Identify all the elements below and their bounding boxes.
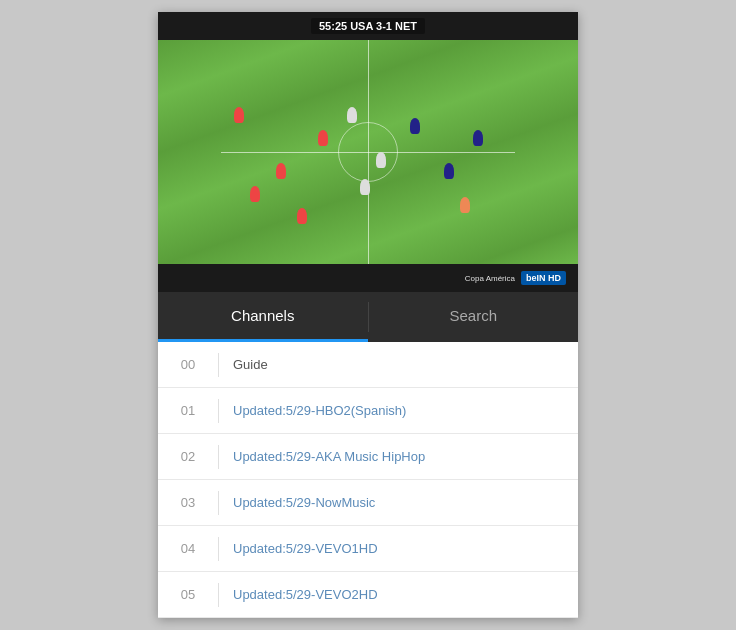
field-center-circle [338, 122, 398, 182]
channel-name-5: Updated:5/29-VEVO2HD [219, 587, 378, 602]
channel-num-2: 02 [158, 449, 218, 464]
video-bottom-bar: Copa América beIN HD [158, 264, 578, 292]
soccer-field [158, 40, 578, 264]
player [234, 107, 244, 123]
channel-name-1: Updated:5/29-HBO2(Spanish) [219, 403, 406, 418]
channel-row-0[interactable]: 00 Guide [158, 342, 578, 388]
player [297, 208, 307, 224]
channel-name-3: Updated:5/29-NowMusic [219, 495, 375, 510]
channel-num-0: 00 [158, 357, 218, 372]
player [376, 152, 386, 168]
channel-name-0: Guide [219, 357, 268, 372]
player [318, 130, 328, 146]
player [460, 197, 470, 213]
channel-row-3[interactable]: 03 Updated:5/29-NowMusic [158, 480, 578, 526]
app-container: 55:25 USA 3-1 NET Copa América beIN HD [158, 12, 578, 618]
channel-num-4: 04 [158, 541, 218, 556]
channel-row-5[interactable]: 05 Updated:5/29-VEVO2HD [158, 572, 578, 618]
player [276, 163, 286, 179]
channel-num-1: 01 [158, 403, 218, 418]
channel-list: 00 Guide 01 Updated:5/29-HBO2(Spanish) 0… [158, 342, 578, 618]
player [250, 186, 260, 202]
player [444, 163, 454, 179]
score-badge: 55:25 USA 3-1 NET [311, 18, 425, 34]
video-player[interactable]: 55:25 USA 3-1 NET Copa América beIN HD [158, 12, 578, 292]
video-top-bar: 55:25 USA 3-1 NET [158, 12, 578, 40]
player [347, 107, 357, 123]
channel-name-4: Updated:5/29-VEVO1HD [219, 541, 378, 556]
tabs-bar: Channels Search [158, 292, 578, 342]
copa-logo: Copa América [465, 274, 515, 283]
player [360, 179, 370, 195]
player [410, 118, 420, 134]
tab-channels[interactable]: Channels [158, 292, 368, 342]
channel-name-2: Updated:5/29-AKA Music HipHop [219, 449, 425, 464]
channel-row-4[interactable]: 04 Updated:5/29-VEVO1HD [158, 526, 578, 572]
channel-row-2[interactable]: 02 Updated:5/29-AKA Music HipHop [158, 434, 578, 480]
channel-row-1[interactable]: 01 Updated:5/29-HBO2(Spanish) [158, 388, 578, 434]
bein-logo: beIN HD [521, 271, 566, 285]
player [473, 130, 483, 146]
channel-num-5: 05 [158, 587, 218, 602]
tab-search[interactable]: Search [369, 292, 579, 342]
channel-num-3: 03 [158, 495, 218, 510]
